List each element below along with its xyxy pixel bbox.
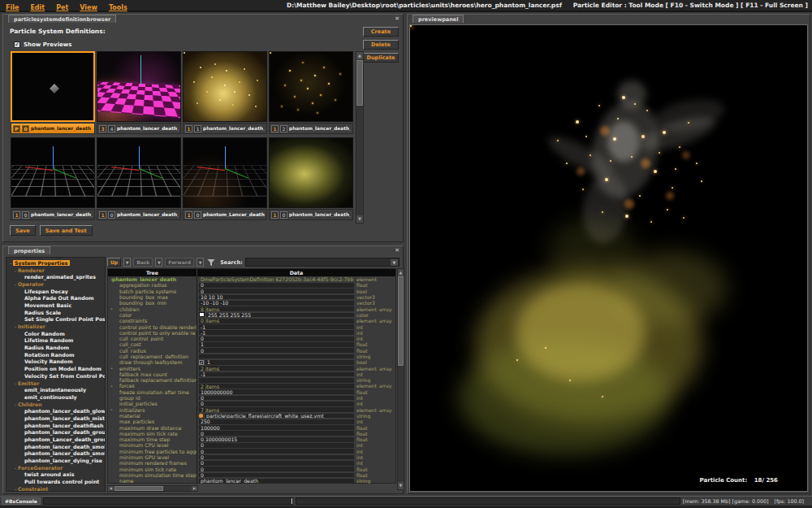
value-field[interactable]: 1 (199, 342, 354, 347)
thumbnail-phantom_lancer_death_ground[interactable]: 10phantom_lancer_death_ground (11, 137, 95, 220)
attribute-row-children[interactable]: •children8 itemselement_array (108, 306, 395, 311)
value-field[interactable]: 10 10 10 (199, 295, 354, 300)
tree-item-movement-basic[interactable]: Movement Basic (6, 302, 105, 309)
attribute-row-bounding_box_max[interactable]: bounding_box_max10 10 10vector3 (108, 294, 395, 300)
attribute-row-minimum-rendered-frames[interactable]: minimum rendered frames0int (108, 460, 395, 466)
tree-item-rotation-random[interactable]: Rotation Random (6, 351, 105, 358)
menu-pet[interactable]: Pet (50, 4, 74, 11)
value-field[interactable]: 0 (199, 283, 354, 288)
value-field[interactable]: -1 (199, 330, 354, 335)
value-field[interactable]: 0 (199, 461, 354, 466)
thumbnail-phantom_lancer_death_ground[interactable]: 10phantom_lancer_death_ground (97, 137, 181, 220)
tree-item-velocity-set-from-control-po[interactable]: Velocity Set from Control Po (6, 372, 105, 380)
forward-dropdown-icon[interactable]: ▼ (197, 258, 204, 267)
tree-item-set-single-control-point-posit[interactable]: Set Single Control Point Posit (6, 316, 105, 323)
attribute-row-forces[interactable]: •forces2 itemselement_array (108, 383, 395, 389)
thumbnail-phantom_lancer_death[interactable]: P0phantom_lancer_death (11, 51, 95, 134)
console-input[interactable] (43, 497, 293, 505)
tree-item-twist-around-axis[interactable]: twist around axis (6, 471, 105, 479)
attribute-row-aggregation-radius[interactable]: aggregation radius0float (108, 282, 395, 288)
value-field[interactable] (199, 378, 354, 383)
scrollbar-thumb[interactable] (398, 276, 404, 366)
show-previews-checkbox[interactable]: ✓ (14, 41, 20, 48)
attribute-row-cull_control_point[interactable]: cull_control_point0int (108, 336, 395, 341)
tree-item-alpha-fade-out-random[interactable]: Alpha Fade Out Random (6, 294, 105, 302)
filter-icon[interactable] (206, 258, 216, 267)
back-button[interactable]: Back (133, 258, 153, 267)
tree-item-system-properties[interactable]: -System Properties (6, 259, 105, 267)
attribute-row-minimum-sim-tick-rate[interactable]: minimum sim tick rate0float (108, 467, 395, 472)
tree-item-velocity-random[interactable]: Velocity Random (6, 358, 105, 366)
attribute-row-constraints[interactable]: constraints0 itemselement_array (108, 318, 395, 323)
value-field[interactable]: 1 (205, 360, 354, 365)
value-field[interactable]: 0 (199, 473, 354, 478)
attribute-row-cull_radius[interactable]: cull_radius0float (108, 348, 395, 354)
attribute-row-cull_replacement_definition[interactable]: cull_replacement_definitionstring (108, 354, 395, 359)
value-field[interactable]: phantom_lancer_death (199, 479, 354, 484)
scroll-up-icon[interactable]: ▲ (398, 269, 404, 276)
attribute-row-control-point-to-disable-renderi[interactable]: control point to disable renderi-1int (108, 323, 395, 329)
attribute-row-minimum-simulation-time-step[interactable]: minimum simulation time step0float (108, 472, 395, 478)
search-input[interactable]: ▼ (245, 258, 400, 267)
attribute-row-group-id[interactable]: group id0int (108, 395, 395, 401)
tree-item-lifespan-decay[interactable]: Lifespan Decay (6, 288, 105, 295)
tree-column-hscrollbar[interactable]: ◀ ▶ (107, 485, 198, 492)
up-button[interactable]: Up (107, 258, 121, 267)
save-button[interactable]: Save (10, 225, 36, 236)
tree-column-header[interactable]: Tree (108, 269, 197, 276)
attribute-row-color[interactable]: color255 255 255 255color (108, 312, 395, 318)
value-field[interactable]: -10 -10 -10 (199, 301, 354, 306)
value-field[interactable] (199, 354, 354, 359)
value-field[interactable]: DmeParticleSystemDefinition 6272052b-3ac… (199, 277, 354, 282)
tree-item-position-on-model-random[interactable]: Position on Model Random (6, 365, 105, 372)
value-field[interactable]: 0 (199, 396, 354, 401)
value-field[interactable]: 0 (199, 455, 354, 460)
attribute-row-initializers[interactable]: •initializers7 itemselement_array (108, 407, 395, 413)
scrollbar-thumb[interactable] (114, 486, 163, 491)
tree-category-operator[interactable]: -Operator (6, 280, 105, 288)
value-field[interactable]: 8 items (199, 306, 354, 311)
value-field[interactable]: 1000000000 (199, 389, 354, 394)
attribute-row-fallback-replacement-definition[interactable]: fallback replacement definitionstring (108, 377, 395, 383)
menu-edit[interactable]: Edit (24, 4, 50, 11)
menu-view[interactable]: View (74, 4, 103, 11)
tree-item-phantom_lancer_death_smok[interactable]: phantom_lancer_death_smok (6, 443, 105, 450)
duplicate-button[interactable]: Duplicate (363, 53, 399, 63)
value-field[interactable]: 0 (199, 449, 354, 454)
attribute-row-freeze-simulation-after-time[interactable]: freeze simulation after time1000000000fl… (108, 389, 395, 395)
attribute-row-name[interactable]: namephantom_lancer_deathstring (108, 478, 395, 484)
value-field[interactable]: 250 (199, 419, 354, 424)
tree-item-emit_instantaneously[interactable]: emit_instantaneously (6, 386, 105, 393)
tree-item-emit_continuously[interactable]: emit_continuously (6, 393, 105, 401)
scroll-left-icon[interactable]: ◀ (108, 486, 114, 491)
value-field[interactable]: 0 (199, 467, 354, 471)
thumbnail-phantom_lancer_death_glow[interactable]: 11phantom_lancer_death_glow (183, 51, 267, 134)
tree-item-pull-towards-control-point[interactable]: Pull towards control point (6, 478, 105, 485)
value-field[interactable]: 0 (199, 443, 354, 448)
attribute-row-material[interactable]: materialparticle\particle_flares\aircraf… (108, 413, 395, 419)
tree-item-phantom_lancer_dying_rise[interactable]: phantom_lancer_dying_rise (6, 457, 105, 464)
scroll-right-icon[interactable]: ▶ (192, 486, 197, 491)
tree-category-children[interactable]: -Children (6, 401, 105, 408)
tree-item-color-random[interactable]: Color Random (6, 330, 105, 337)
attribute-row-batch-particle-systems[interactable]: batch particle systems0bool (108, 289, 395, 294)
close-icon[interactable]: ✕ (395, 15, 400, 22)
tree-category-renderer[interactable]: -Renderer (6, 267, 105, 274)
tree-category-initializer[interactable]: -Initializer (6, 323, 105, 330)
tree-category-forcegenerator[interactable]: -ForceGenerator (6, 464, 105, 471)
expander-icon[interactable]: • (110, 407, 113, 412)
value-field[interactable]: 100000 (199, 425, 354, 430)
value-checkbox[interactable]: ✓ (199, 360, 204, 365)
value-field[interactable]: particle\particle_flares\aircraft_white_… (205, 414, 354, 419)
color-swatch[interactable] (199, 312, 205, 317)
thumbnail-scrollbar[interactable]: ▲ ▼ (356, 51, 364, 224)
scroll-down-icon[interactable]: ▼ (356, 215, 363, 223)
tree-item-render_animated_sprites[interactable]: render_animated_sprites (6, 273, 105, 280)
scroll-up-icon[interactable]: ▲ (356, 52, 363, 59)
thumbnail-phantom_lancer_death_ground[interactable]: 12phantom_lancer_death_ground (269, 51, 353, 134)
attribute-row-control-point-to-only-enable-re[interactable]: control point to only enable re-1int (108, 330, 395, 336)
tree-item-radius-scale[interactable]: Radius Scale (6, 309, 105, 316)
particle-viewport[interactable]: Particle Count: 18/ 256 (409, 24, 808, 492)
value-field[interactable]: 0.1000000015 (199, 437, 354, 442)
thumbnail-phantom_lancer_death_mist[interactable]: 10phantom_lancer_death_mist (269, 137, 353, 220)
